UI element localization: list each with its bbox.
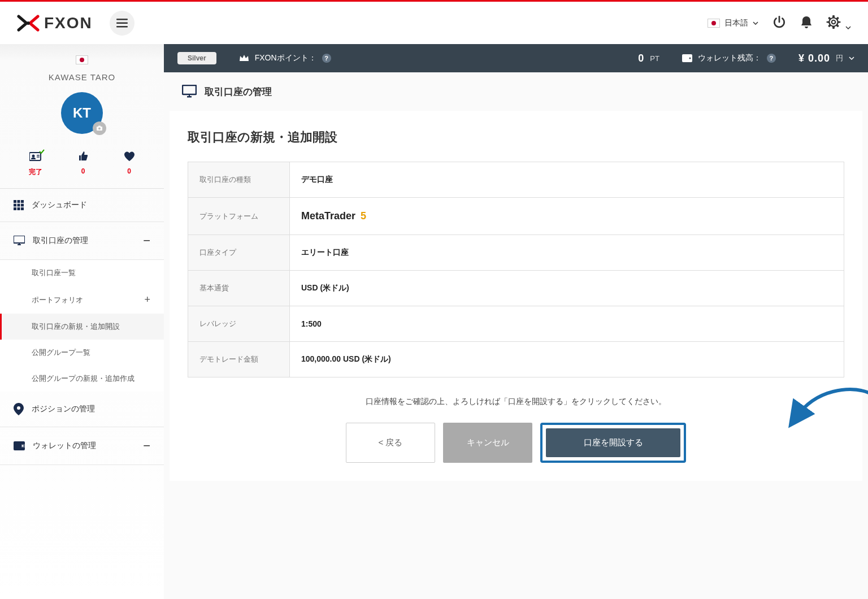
svg-point-25 xyxy=(22,445,24,447)
nav-dashboard-label: ダッシュボード xyxy=(32,200,150,210)
profile-name: KAWASE TARO xyxy=(11,72,153,82)
svg-rect-9 xyxy=(37,155,40,156)
row-value: MetaTrader 5 xyxy=(290,198,844,235)
nav-accounts-label: 取引口座の管理 xyxy=(33,236,135,246)
thumbs-up-icon xyxy=(78,151,88,164)
svg-rect-30 xyxy=(189,94,190,97)
nav-accounts-submenu: 取引口座一覧 ポートフォリオ + 取引口座の新規・追加開設 公開グループ一覧 公… xyxy=(0,260,164,392)
collapse-icon: − xyxy=(143,439,150,453)
profile-section: KAWASE TARO KT xyxy=(0,55,164,145)
plus-icon: + xyxy=(144,294,150,306)
highlight-annotation: 口座を開設する xyxy=(540,423,686,463)
flag-jp-icon xyxy=(708,19,720,28)
table-row: 口座タイプ エリート口座 xyxy=(188,235,844,271)
header: FXON 日本語 xyxy=(0,2,868,44)
table-row: デモトレード金額 100,000.00 USD (米ドル) xyxy=(188,342,844,377)
power-icon[interactable] xyxy=(772,15,787,32)
svg-rect-28 xyxy=(183,85,196,94)
row-label: 基本通貨 xyxy=(188,271,290,306)
avatar[interactable]: KT xyxy=(61,92,103,134)
svg-point-8 xyxy=(32,155,35,158)
nav-wallet[interactable]: ウォレットの管理 − xyxy=(0,427,164,465)
row-label: レバレッジ xyxy=(188,306,290,342)
nav-sub-create-group[interactable]: 公開グループの新規・追加作成 xyxy=(0,366,164,392)
status-wallet-value[interactable]: ¥ 0.00 円 xyxy=(798,53,854,64)
nav-accounts[interactable]: 取引口座の管理 − xyxy=(0,222,164,260)
card-title: 取引口座の新規・追加開設 xyxy=(188,129,844,146)
button-row: < 戻る キャンセル 口座を開設する xyxy=(188,423,844,463)
nav-positions[interactable]: ポジションの管理 xyxy=(0,392,164,427)
svg-rect-1 xyxy=(116,19,128,20)
page-title: 取引口座の管理 xyxy=(205,85,272,98)
nav-positions-label: ポジションの管理 xyxy=(32,404,150,414)
table-row: 取引口座の種類 デモ口座 xyxy=(188,162,844,198)
row-value: エリート口座 xyxy=(290,235,844,271)
grid-icon xyxy=(14,200,24,210)
metatrader-logo: MetaTrader 5 xyxy=(301,210,366,222)
svg-rect-12 xyxy=(18,200,20,203)
row-label: デモトレード金額 xyxy=(188,342,290,377)
camera-icon[interactable] xyxy=(93,121,106,135)
wallet-icon xyxy=(14,441,25,450)
check-icon xyxy=(39,149,45,154)
stat-likes[interactable]: 0 xyxy=(78,151,88,177)
page-header-section: 取引口座の管理 xyxy=(164,72,868,111)
confirm-text: 口座情報をご確認の上、よろしければ「口座を開設する」をクリックしてください。 xyxy=(188,397,844,407)
nav-sub-portfolio[interactable]: ポートフォリオ + xyxy=(0,286,164,314)
svg-rect-20 xyxy=(14,236,25,243)
avatar-initials: KT xyxy=(73,105,91,121)
nav-sub-account-list[interactable]: 取引口座一覧 xyxy=(0,260,164,286)
svg-rect-5 xyxy=(98,126,101,127)
svg-rect-16 xyxy=(21,204,24,207)
row-value: デモ口座 xyxy=(290,162,844,198)
svg-point-6 xyxy=(98,128,101,130)
status-points: FXONポイント： ? xyxy=(239,53,331,63)
svg-rect-22 xyxy=(19,243,20,245)
chevron-down-icon xyxy=(849,57,854,60)
header-left: FXON xyxy=(17,11,134,36)
monitor-icon xyxy=(182,85,197,98)
crown-icon xyxy=(239,54,249,62)
cancel-button[interactable]: キャンセル xyxy=(443,423,532,463)
gear-icon[interactable] xyxy=(826,15,851,32)
language-selector[interactable]: 日本語 xyxy=(708,18,758,28)
status-wallet: ウォレット残高： ? xyxy=(682,53,776,63)
chevron-down-icon xyxy=(753,21,758,25)
table-row: プラットフォーム MetaTrader 5 xyxy=(188,198,844,235)
stat-favorites[interactable]: 0 xyxy=(124,151,135,177)
hamburger-icon xyxy=(116,19,128,28)
logo[interactable]: FXON xyxy=(17,12,93,34)
collapse-icon: − xyxy=(143,233,150,248)
row-value: 100,000.00 USD (米ドル) xyxy=(290,342,844,377)
row-label: プラットフォーム xyxy=(188,198,290,235)
status-bar: Silver FXONポイント： ? 0 PT ウォレット残高： ? xyxy=(164,44,868,72)
table-row: 基本通貨 USD (米ドル) xyxy=(188,271,844,306)
points-label: FXONポイント： xyxy=(255,53,316,63)
bell-icon[interactable] xyxy=(800,15,813,31)
row-label: 口座タイプ xyxy=(188,235,290,271)
help-icon[interactable]: ? xyxy=(322,54,331,63)
monitor-icon xyxy=(14,236,25,246)
svg-rect-19 xyxy=(21,207,24,210)
stat-verification[interactable]: 完了 xyxy=(29,151,42,177)
id-card-icon xyxy=(29,151,42,164)
nav-sub-new-account[interactable]: 取引口座の新規・追加開設 xyxy=(0,314,164,340)
help-icon[interactable]: ? xyxy=(767,54,776,63)
back-button[interactable]: < 戻る xyxy=(346,423,435,463)
language-label: 日本語 xyxy=(724,18,748,28)
pin-icon xyxy=(14,403,24,415)
nav-sub-public-groups[interactable]: 公開グループ一覧 xyxy=(0,340,164,366)
svg-rect-2 xyxy=(116,22,128,24)
svg-rect-11 xyxy=(14,200,16,203)
svg-rect-17 xyxy=(14,207,16,210)
wallet-icon xyxy=(682,54,692,62)
stat-favorites-value: 0 xyxy=(124,167,135,175)
submit-button[interactable]: 口座を開設する xyxy=(546,428,680,457)
svg-rect-13 xyxy=(21,200,24,203)
menu-toggle-button[interactable] xyxy=(110,11,134,36)
logo-text: FXON xyxy=(44,14,93,32)
row-value: 1:500 xyxy=(290,306,844,342)
table-row: レバレッジ 1:500 xyxy=(188,306,844,342)
stat-likes-value: 0 xyxy=(78,167,88,175)
nav-dashboard[interactable]: ダッシュボード xyxy=(0,189,164,222)
